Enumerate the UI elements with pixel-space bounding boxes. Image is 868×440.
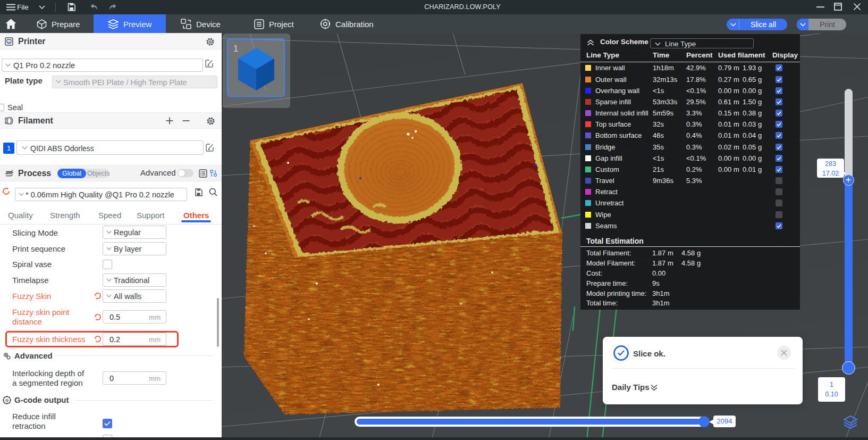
svg-text:G: G	[5, 398, 9, 403]
